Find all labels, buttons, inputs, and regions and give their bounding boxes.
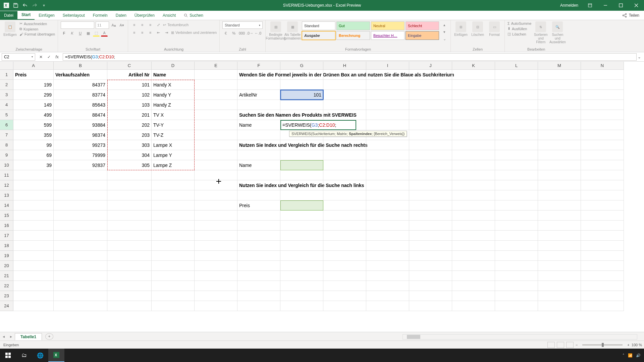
cell[interactable] bbox=[452, 241, 495, 251]
cell[interactable] bbox=[538, 291, 581, 301]
cell-styles-gallery[interactable]: Standard Gut Neutral Schlecht Ausgabe Be… bbox=[302, 21, 439, 40]
row-header[interactable]: 14 bbox=[0, 200, 13, 210]
cell[interactable] bbox=[280, 301, 323, 311]
format-cells-button[interactable]: ▭Format bbox=[487, 21, 502, 37]
cell[interactable] bbox=[195, 170, 237, 180]
cell[interactable] bbox=[581, 210, 624, 221]
underline-button[interactable]: U bbox=[77, 30, 84, 37]
cell[interactable] bbox=[237, 221, 280, 231]
row-header[interactable]: 5 bbox=[0, 110, 13, 120]
cell[interactable] bbox=[366, 301, 409, 311]
cell[interactable] bbox=[280, 231, 323, 241]
cell[interactable] bbox=[195, 210, 237, 221]
cell[interactable]: 149 bbox=[13, 100, 54, 110]
cell[interactable] bbox=[538, 251, 581, 261]
cell[interactable] bbox=[538, 90, 581, 100]
cell[interactable] bbox=[538, 180, 581, 190]
row-header[interactable]: 23 bbox=[0, 291, 13, 301]
row-header[interactable]: 12 bbox=[0, 180, 13, 190]
style-standard[interactable]: Standard bbox=[302, 21, 335, 30]
cell[interactable] bbox=[13, 200, 54, 210]
cell[interactable] bbox=[581, 70, 624, 80]
styles-scroll-down-icon[interactable]: ▾ bbox=[441, 28, 448, 35]
tray-chevron-icon[interactable]: ˄ bbox=[623, 353, 625, 358]
cell[interactable] bbox=[54, 241, 107, 251]
cell[interactable] bbox=[538, 110, 581, 120]
cell[interactable] bbox=[452, 271, 495, 281]
cell[interactable] bbox=[366, 200, 409, 210]
cell[interactable] bbox=[495, 80, 538, 90]
cell[interactable] bbox=[495, 160, 538, 170]
align-middle-icon[interactable]: ≡ bbox=[139, 21, 146, 28]
cell[interactable]: 359 bbox=[13, 130, 54, 140]
cell[interactable] bbox=[54, 200, 107, 210]
cell[interactable] bbox=[366, 251, 409, 261]
zoom-level[interactable]: 100 % bbox=[632, 343, 642, 347]
row-header[interactable]: 13 bbox=[0, 190, 13, 200]
percent-icon[interactable]: % bbox=[230, 30, 237, 37]
cell[interactable] bbox=[452, 70, 495, 80]
cell[interactable]: Handy X bbox=[152, 80, 195, 90]
view-pagebreak-icon[interactable] bbox=[566, 342, 574, 348]
cell[interactable] bbox=[237, 291, 280, 301]
wrap-text-button[interactable]: ↩Textumbruch bbox=[163, 23, 189, 27]
cell[interactable] bbox=[107, 301, 152, 311]
cell[interactable] bbox=[452, 251, 495, 261]
cell[interactable] bbox=[409, 261, 452, 271]
cell[interactable]: 103 bbox=[107, 100, 152, 110]
row-header[interactable]: 6 bbox=[0, 120, 13, 130]
cell[interactable] bbox=[13, 291, 54, 301]
cell[interactable] bbox=[107, 281, 152, 291]
font-name-input[interactable] bbox=[61, 21, 94, 29]
column-header[interactable]: A bbox=[13, 62, 54, 70]
cell[interactable] bbox=[495, 261, 538, 271]
cell[interactable]: 69 bbox=[13, 150, 54, 160]
cell[interactable] bbox=[581, 150, 624, 160]
bold-button[interactable]: F bbox=[61, 30, 67, 37]
row-header[interactable]: 8 bbox=[0, 140, 13, 150]
cell[interactable] bbox=[13, 271, 54, 281]
view-normal-icon[interactable] bbox=[547, 342, 555, 348]
cancel-formula-button[interactable]: ✕ bbox=[37, 53, 45, 61]
cell[interactable] bbox=[366, 261, 409, 271]
ribbon-options-icon[interactable] bbox=[582, 0, 598, 11]
cell[interactable] bbox=[323, 70, 366, 80]
cell[interactable] bbox=[237, 170, 280, 180]
cell[interactable] bbox=[195, 261, 237, 271]
cell[interactable] bbox=[323, 160, 366, 170]
cell[interactable] bbox=[195, 100, 237, 110]
zoom-in-button[interactable]: + bbox=[627, 343, 629, 347]
fx-button[interactable]: fx bbox=[53, 53, 61, 61]
cell[interactable] bbox=[237, 301, 280, 311]
zoom-out-button[interactable]: − bbox=[576, 343, 578, 347]
column-header[interactable]: B bbox=[54, 62, 107, 70]
cell[interactable] bbox=[323, 251, 366, 261]
cell[interactable] bbox=[409, 130, 452, 140]
tab-insert[interactable]: Einfügen bbox=[35, 11, 58, 20]
cell[interactable] bbox=[581, 200, 624, 210]
cell[interactable] bbox=[581, 241, 624, 251]
cell[interactable] bbox=[409, 251, 452, 261]
cell[interactable] bbox=[237, 261, 280, 271]
cell[interactable] bbox=[495, 140, 538, 150]
cell[interactable] bbox=[237, 80, 280, 90]
cell[interactable] bbox=[538, 271, 581, 281]
horizontal-scrollbar[interactable] bbox=[402, 334, 637, 340]
cell[interactable]: TV X bbox=[152, 110, 195, 120]
cell[interactable] bbox=[366, 70, 409, 80]
cell[interactable] bbox=[323, 100, 366, 110]
align-top-icon[interactable]: ≡ bbox=[131, 21, 138, 28]
cell[interactable] bbox=[538, 150, 581, 160]
cell[interactable] bbox=[538, 281, 581, 291]
cell[interactable] bbox=[107, 261, 152, 271]
cell[interactable] bbox=[280, 150, 323, 160]
cell[interactable] bbox=[538, 190, 581, 200]
cell[interactable] bbox=[409, 210, 452, 221]
cell[interactable] bbox=[323, 221, 366, 231]
cell[interactable] bbox=[495, 281, 538, 291]
cell[interactable]: ArtikelNr bbox=[237, 90, 280, 100]
cell[interactable] bbox=[495, 271, 538, 281]
cell[interactable] bbox=[452, 130, 495, 140]
worksheet-grid[interactable]: ABCDEFGHIJKLMN 1234567891011121314151617… bbox=[0, 62, 644, 332]
cell[interactable] bbox=[237, 150, 280, 160]
